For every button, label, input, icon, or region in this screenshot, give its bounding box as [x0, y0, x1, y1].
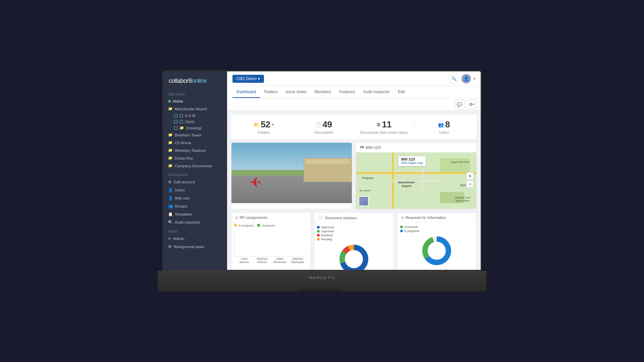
tab-issue-sheet[interactable]: Issue sheet — [282, 86, 310, 98]
comment-button[interactable]: 💬 — [454, 100, 465, 109]
tab-issue-sheet-label: Issue sheet — [286, 89, 306, 94]
in-progress-label: In progress — [239, 224, 254, 227]
legend-answered: Answered — [257, 224, 275, 227]
rfi-assignments-card: ≡ RFI assignments In progress — [231, 213, 311, 270]
legend-rfi-answered: Answered — [400, 225, 419, 229]
search-icon: 🔍 — [451, 76, 457, 81]
user-avatar-button[interactable]: 👤 — [462, 74, 471, 83]
dashboard-content: 📁 52 ▾ Folders 📄 49 Documents — [227, 111, 481, 270]
settings-button[interactable]: ⚙ ▾ — [467, 100, 477, 109]
tab-members[interactable]: Members — [310, 86, 335, 98]
rfi-donut-svg — [420, 234, 453, 267]
sidebar-item-om[interactable]: O & M — [173, 113, 227, 119]
sidebar-item-manchester-airport[interactable]: 📁 Manchester Airport — [163, 105, 227, 113]
stat-recent-docs: ⚙ 11 Documents (last seven days) — [354, 119, 414, 134]
audit-icon: 🔍 — [168, 220, 173, 225]
rfi-donut-title: Requests for Information — [406, 216, 446, 220]
action-bar: 💬 ⚙ ▾ — [227, 98, 481, 111]
approved-green-label: Approved — [321, 230, 334, 233]
tab-folders-label: Folders — [264, 89, 278, 94]
sidebar-item-dubia[interactable]: 📁 Dubia One — [163, 154, 227, 162]
users-stat-icon: 👥 — [438, 122, 444, 127]
tab-members-label: Members — [314, 89, 331, 94]
tab-features[interactable]: Features — [335, 86, 359, 98]
logo-suffix: online — [192, 77, 207, 84]
stat-folders: 📁 52 ▾ Folders — [234, 119, 294, 134]
sidebar-item-templates[interactable]: 📋 Templates — [163, 210, 227, 218]
sidebar-item-wembley[interactable]: 📁 Wembley Stadium — [163, 146, 227, 154]
sidebar-item-o2[interactable]: 📁 O2 Arena — [163, 139, 227, 146]
sidebar-item-manchester-label: Manchester Airport — [175, 107, 207, 111]
sidebar-item-drawings-label: Drawings — [186, 126, 202, 130]
map-card-header: 🗺 M90 1QX — [356, 143, 476, 153]
laptop-notch — [302, 289, 342, 292]
in-progress-dot — [234, 224, 237, 227]
doc-status-card: 📄 Document statuses Approved — [314, 213, 393, 270]
doc-status-icon: 📄 — [318, 216, 323, 220]
rfi-in-progress-dot — [400, 230, 403, 232]
cbo-dropdown-arrow: ▾ — [258, 76, 260, 81]
sidebar-item-audit-label: Audit inspector — [175, 220, 200, 224]
rfi-answered-label: Answered — [404, 225, 418, 229]
bar-label-adam: Adam Minstrator — [272, 257, 287, 264]
sidebar-item-background-tasks[interactable]: ⚙ Background tasks — [163, 243, 227, 251]
airport-image: ✈ ✈ — [231, 143, 352, 203]
main-content: C8O Demo ▾ 🔍 👤 ▾ — [227, 71, 481, 270]
tab-edit[interactable]: Edit — [394, 86, 409, 98]
groups-icon: 👥 — [168, 204, 173, 208]
rfi-bottom-label: In progress 11 — [426, 269, 447, 270]
sidebar-item-dubia-label: Dubia One — [175, 156, 193, 160]
sidebar-item-beatham[interactable]: 📁 Beatham Tower — [163, 131, 227, 139]
legend-approved-blue: Approved — [317, 226, 334, 229]
map-popup-link[interactable]: View larger map — [401, 161, 423, 165]
stat-users: 👥 8 Users — [414, 119, 474, 134]
sidebar-item-company-docs[interactable]: 📁 Company Documents — [163, 162, 227, 170]
sidebar-item-users[interactable]: 👤 Users — [163, 186, 227, 194]
tab-folders[interactable]: Folders — [260, 86, 282, 98]
tab-dashboard[interactable]: Dashboard — [232, 86, 260, 98]
map-popup: M90 1QX View larger map — [398, 156, 426, 166]
sidebar-item-home[interactable]: Home — [163, 98, 227, 105]
rfi-donut-icon: ≡ — [401, 216, 404, 220]
sidebar-item-groups[interactable]: 👥 Groups — [163, 202, 227, 210]
sidebar-item-add-user[interactable]: 👤 Add user — [163, 194, 227, 202]
sidebar-item-groups-label: Groups — [175, 204, 187, 208]
bar-label-colin: Colin Barnes — [237, 257, 252, 264]
sidebar-item-drawings[interactable]: 📁 Drawings — [173, 125, 227, 131]
cbo-demo-button[interactable]: C8O Demo ▾ — [232, 75, 264, 83]
sidebar-item-edit-account[interactable]: ⚙ Edit account — [163, 178, 227, 186]
declined-label: Declined — [321, 234, 333, 237]
doc-status-legend: Approved Approved Declined — [317, 226, 334, 241]
sidebar-item-o2-label: O2 Arena — [175, 141, 191, 145]
tab-audit-inspector[interactable]: Audit inspector — [359, 86, 393, 98]
stat-documents: 📄 49 Documents — [294, 119, 354, 134]
svg-point-4 — [345, 250, 363, 268]
rfi-chart-header: ≡ RFI assignments — [231, 213, 310, 223]
sidebar-item-client[interactable]: Client — [173, 119, 227, 125]
cbo-demo-label: C8O Demo — [236, 76, 257, 81]
map-zoom-in-button[interactable]: + — [466, 172, 474, 180]
legend-rfi-in-progress: In progress — [400, 229, 419, 233]
doc-status-donut-svg — [337, 242, 371, 270]
rfi-in-progress-bottom: In progress — [426, 269, 441, 270]
doc-status-chart: Approved Approved Declined — [314, 223, 393, 270]
recent-docs-icon: ⚙ — [376, 122, 381, 127]
top-navbar: C8O Demo ▾ 🔍 👤 ▾ — [227, 71, 481, 86]
doc-status-title: Document statuses — [325, 216, 357, 220]
bar-labels: Colin Barnes Stephen Barnes Adam Minstra… — [234, 256, 308, 264]
users-icon: 👤 — [168, 188, 173, 192]
map-zoom-out-button[interactable]: − — [466, 180, 474, 188]
search-button[interactable]: 🔍 — [449, 74, 459, 83]
app-logo: collabor8online — [163, 71, 227, 89]
sidebar-item-bg-tasks-label: Background tasks — [174, 245, 204, 249]
sidebar-item-audit-inspector[interactable]: 🔍 Audit inspector — [163, 218, 227, 226]
folder-icon-company: 📁 — [168, 164, 173, 168]
legend-in-progress: In progress — [234, 224, 254, 227]
tab-edit-label: Edit — [398, 89, 405, 94]
sidebar-item-client-label: Client — [185, 120, 194, 124]
laptop-base — [158, 271, 486, 292]
sidebar-item-admin[interactable]: ↩ Admin — [163, 235, 227, 243]
folders-label: Folders — [234, 130, 293, 134]
map-title: M90 1QX — [366, 145, 381, 149]
stats-row: 📁 52 ▾ Folders 📄 49 Documents — [231, 115, 477, 139]
